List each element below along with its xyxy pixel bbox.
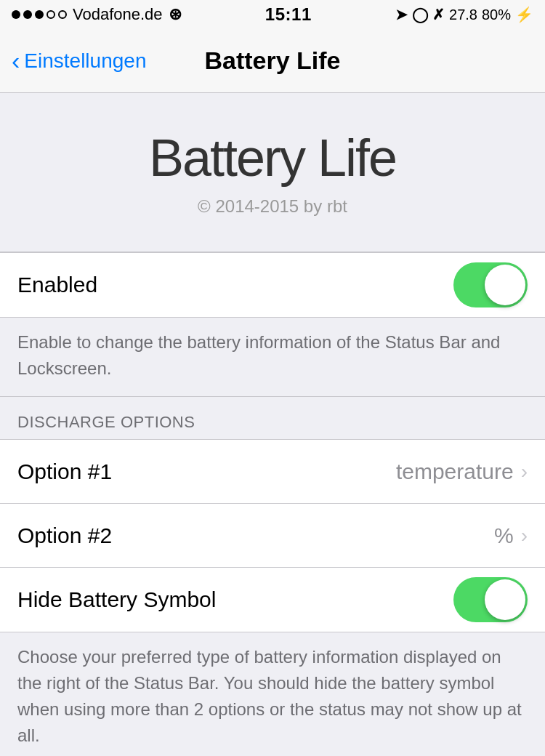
discharge-description-text: Choose your preferred type of battery in… (17, 647, 522, 745)
option2-chevron-icon: › (521, 524, 528, 547)
enabled-label: Enabled (17, 273, 97, 297)
option1-value: temperature (396, 459, 514, 484)
option2-row[interactable]: Option #2 % › (0, 504, 545, 568)
hide-battery-label: Hide Battery Symbol (17, 587, 216, 612)
discharge-group: Option #1 temperature › Option #2 % › Hi… (0, 439, 545, 632)
wifi-icon: ⊛ (169, 5, 182, 24)
enabled-toggle[interactable] (453, 262, 528, 307)
option2-value-container: % › (494, 523, 528, 548)
enabled-description-block: Enable to change the battery information… (0, 318, 545, 397)
status-time: 15:11 (265, 4, 312, 25)
carrier-label: Vodafone.de (73, 5, 163, 24)
back-label: Einstellungen (24, 49, 146, 73)
back-button[interactable]: ‹ Einstellungen (12, 49, 146, 73)
hide-battery-row: Hide Battery Symbol (0, 568, 545, 632)
enabled-section: Enabled Enable to change the battery inf… (0, 252, 545, 397)
option1-chevron-icon: › (521, 460, 528, 483)
hero-title: Battery Life (15, 128, 530, 188)
option2-value: % (494, 523, 514, 548)
navigation-bar: ‹ Einstellungen Battery Life (0, 29, 545, 93)
bluetooth-icon: ✗ (432, 6, 445, 23)
option1-row[interactable]: Option #1 temperature › (0, 440, 545, 504)
status-bar: Vodafone.de ⊛ 15:11 ➤ ◯ ✗ 27.8 80% ⚡ (0, 0, 545, 29)
discharge-description-block: Choose your preferred type of battery in… (0, 632, 545, 756)
battery-charging-icon: ⚡ (515, 6, 533, 23)
toggle-knob (485, 265, 525, 305)
option1-value-container: temperature › (396, 459, 528, 484)
status-right: ➤ ◯ ✗ 27.8 80% ⚡ (395, 6, 533, 23)
option1-label: Option #1 (17, 459, 112, 484)
enabled-description-text: Enable to change the battery information… (17, 332, 500, 378)
signal-dot-1 (12, 10, 20, 19)
enabled-group: Enabled (0, 252, 545, 318)
location-icon: ➤ (395, 6, 408, 23)
discharge-section-header: DISCHARGE OPTIONS (0, 397, 545, 439)
battery-temp: 27.8 (449, 7, 477, 23)
signal-dot-5 (58, 10, 67, 19)
nav-title: Battery Life (204, 47, 340, 75)
back-chevron-icon: ‹ (12, 48, 20, 73)
battery-percent: 80% (482, 7, 511, 23)
discharge-header-label: DISCHARGE OPTIONS (17, 413, 195, 431)
status-left: Vodafone.de ⊛ (12, 5, 182, 24)
hero-subtitle: © 2014-2015 by rbt (15, 196, 530, 217)
hide-battery-toggle-knob (485, 579, 525, 620)
signal-dots (12, 10, 67, 19)
option2-label: Option #2 (17, 523, 112, 548)
enabled-row: Enabled (0, 253, 545, 317)
hero-section: Battery Life © 2014-2015 by rbt (0, 93, 545, 252)
signal-dot-3 (35, 10, 44, 19)
hide-battery-toggle[interactable] (453, 577, 528, 622)
alarm-icon: ◯ (412, 6, 428, 23)
signal-dot-4 (47, 10, 55, 19)
signal-dot-2 (23, 10, 32, 19)
